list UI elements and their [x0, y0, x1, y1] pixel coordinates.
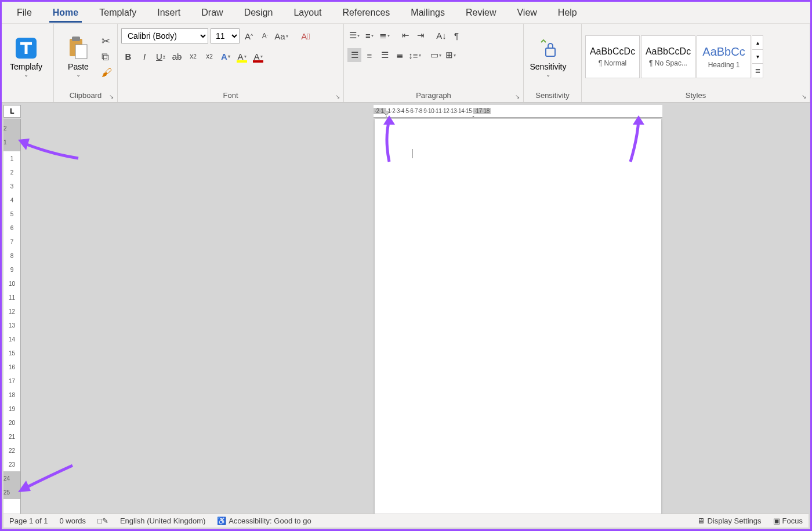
show-paragraph-icon[interactable]: ¶: [449, 28, 463, 42]
font-color-icon[interactable]: A▾: [251, 49, 265, 63]
tab-review[interactable]: Review: [455, 4, 506, 21]
tab-draw[interactable]: Draw: [191, 4, 233, 21]
numbering-icon[interactable]: ≡▾: [362, 28, 376, 42]
tab-selector-button[interactable]: L: [3, 105, 21, 118]
svg-rect-3: [75, 45, 87, 59]
menu-bar: File Home Templafy Insert Draw Design La…: [2, 2, 810, 24]
indent-marker-icon[interactable]: [470, 116, 477, 118]
decrease-indent-icon[interactable]: ⇤: [398, 28, 412, 42]
spellcheck-icon[interactable]: □✎: [97, 517, 108, 525]
tab-home[interactable]: Home: [42, 4, 89, 21]
highlight-icon[interactable]: A▾: [235, 49, 249, 63]
increase-indent-icon[interactable]: ⇥: [414, 28, 427, 42]
document-page[interactable]: [375, 119, 661, 519]
superscript-button[interactable]: x2: [202, 49, 216, 63]
borders-icon[interactable]: ⊞▾: [444, 48, 458, 62]
language-status[interactable]: English (United Kingdom): [120, 517, 205, 525]
paste-button[interactable]: Paste ⌄: [57, 30, 99, 83]
vertical-ruler[interactable]: 2 1 1 2 3 4 5 6 7 8 9 10 11 12 13 14 15 …: [3, 119, 21, 514]
styles-up-icon[interactable]: ▴: [752, 36, 763, 50]
templafy-icon: [14, 37, 38, 60]
chevron-down-icon: ⌄: [24, 71, 28, 78]
justify-icon[interactable]: ≣: [393, 48, 407, 62]
strikethrough-button[interactable]: ab: [170, 49, 184, 63]
svg-rect-4: [546, 48, 555, 56]
style-no-spacing[interactable]: AaBbCcDc ¶ No Spac...: [641, 35, 695, 78]
align-left-icon[interactable]: ☰: [347, 48, 361, 62]
tab-templafy[interactable]: Templafy: [89, 4, 147, 21]
page-status[interactable]: Page 1 of 1: [9, 517, 48, 525]
horizontal-ruler[interactable]: ·2·1· ·1·2·3·4·5·6·7·8·9·10·11·12·13·14·…: [374, 105, 662, 118]
indent-marker-icon[interactable]: [382, 111, 390, 118]
text-effects-icon[interactable]: A▾: [219, 49, 233, 63]
chevron-down-icon: ⌄: [546, 71, 550, 78]
tab-help[interactable]: Help: [548, 4, 588, 21]
underline-button[interactable]: U▾: [154, 49, 168, 63]
tab-view[interactable]: View: [506, 4, 547, 21]
dialog-launcher-icon[interactable]: ↘: [109, 93, 114, 100]
italic-button[interactable]: I: [137, 49, 151, 63]
dialog-launcher-icon[interactable]: ↘: [335, 93, 340, 100]
tab-file[interactable]: File: [6, 4, 42, 21]
style-normal[interactable]: AaBbCcDc ¶ Normal: [585, 35, 640, 78]
accessibility-status[interactable]: ♿ Accessibility: Good to go: [217, 517, 311, 525]
document-workspace: L ·2·1· ·1·2·3·4·5·6·7·8·9·10·11·12·13·1…: [3, 105, 809, 514]
clipboard-icon: [67, 37, 90, 60]
align-center-icon[interactable]: ≡: [362, 48, 376, 62]
align-right-icon[interactable]: ☰: [378, 48, 392, 62]
svg-marker-7: [470, 116, 477, 118]
tab-design[interactable]: Design: [234, 4, 284, 21]
ribbon: Templafy ⌄ Paste ⌄ ✂ ⧉ 🖌 Clipboard↘: [2, 24, 810, 103]
sensitivity-icon: [536, 37, 560, 60]
line-spacing-icon[interactable]: ↕≡▾: [408, 48, 422, 62]
style-heading-1[interactable]: AaBbCc Heading 1: [697, 35, 751, 78]
svg-marker-5: [382, 111, 390, 115]
tab-references[interactable]: References: [332, 4, 400, 21]
format-painter-icon[interactable]: 🖌: [102, 67, 112, 79]
shading-icon[interactable]: ▭▾: [429, 48, 443, 62]
dialog-launcher-icon[interactable]: ↘: [802, 93, 806, 100]
chevron-down-icon: ⌄: [76, 71, 81, 78]
sensitivity-button[interactable]: Sensitivity ⌄: [527, 30, 569, 83]
bullets-icon[interactable]: ☰▾: [347, 28, 361, 42]
focus-button[interactable]: ▣ Focus: [773, 517, 803, 525]
styles-down-icon[interactable]: ▾: [752, 50, 763, 64]
cut-icon[interactable]: ✂: [102, 35, 112, 48]
multilevel-list-icon[interactable]: ≣▾: [378, 28, 392, 42]
text-cursor: [412, 149, 412, 158]
increase-font-icon[interactable]: A^: [242, 29, 256, 43]
font-name-select[interactable]: Calibri (Body): [121, 28, 208, 43]
display-settings-button[interactable]: 🖥 Display Settings: [697, 517, 761, 525]
styles-more-icon[interactable]: ☰: [752, 64, 763, 78]
subscript-button[interactable]: x2: [186, 49, 200, 63]
change-case-icon[interactable]: Aa▾: [274, 29, 288, 43]
bold-button[interactable]: B: [121, 49, 135, 63]
copy-icon[interactable]: ⧉: [102, 51, 112, 63]
svg-marker-6: [382, 117, 390, 118]
tab-insert[interactable]: Insert: [147, 4, 191, 21]
svg-rect-2: [72, 37, 80, 41]
sort-icon[interactable]: A↓: [434, 28, 448, 42]
word-count[interactable]: 0 words: [60, 517, 86, 525]
tab-mailings[interactable]: Mailings: [400, 4, 455, 21]
status-bar: Page 1 of 1 0 words □✎ English (United K…: [3, 514, 809, 528]
templafy-button[interactable]: Templafy ⌄: [5, 30, 47, 83]
tab-layout[interactable]: Layout: [283, 4, 332, 21]
decrease-font-icon[interactable]: Aˇ: [258, 29, 272, 43]
clear-formatting-icon[interactable]: A⃠: [299, 29, 313, 43]
dialog-launcher-icon[interactable]: ↘: [515, 93, 520, 100]
font-size-select[interactable]: 11: [211, 28, 240, 43]
